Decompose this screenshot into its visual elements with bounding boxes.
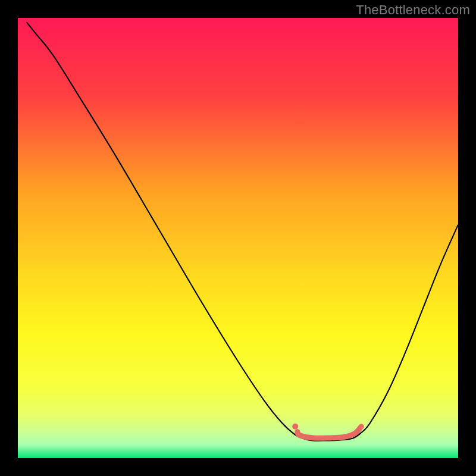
series-dot-point (292, 424, 298, 430)
chart-frame: TheBottleneck.com (0, 0, 476, 476)
chart-plot-area (18, 18, 458, 458)
watermark-text: TheBottleneck.com (356, 2, 470, 18)
chart-svg (18, 18, 458, 458)
gradient-background (18, 18, 458, 458)
